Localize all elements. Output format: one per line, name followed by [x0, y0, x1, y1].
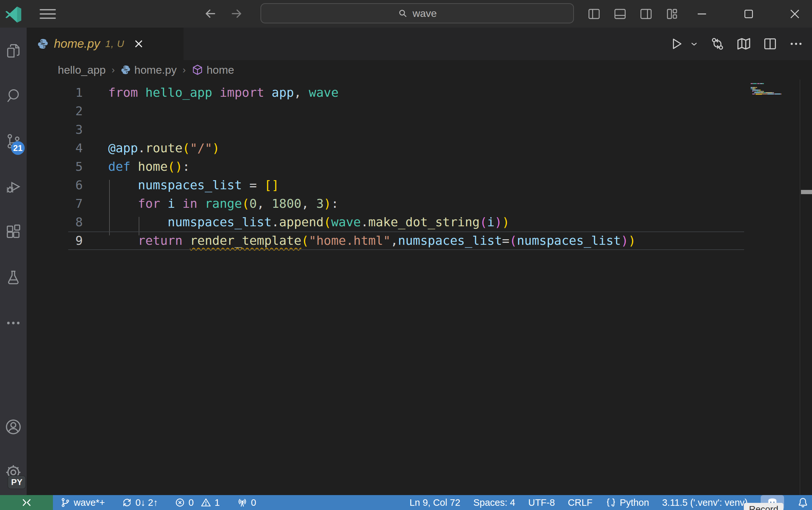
title-bar: wave: [0, 0, 812, 28]
run-dropdown-chevron-icon[interactable]: [689, 39, 699, 49]
window-close-button[interactable]: [781, 0, 809, 28]
status-bar: wave*+ 0↓ 2↑ 0 1 0 Ln 9, Col 72 Spaces: …: [0, 495, 812, 510]
code-line-9[interactable]: 9 return render_template("home.html",num…: [27, 232, 812, 250]
breadcrumb-separator-icon: ›: [182, 64, 186, 75]
code-lines: 1from hello_app import app, wave234@app.…: [27, 80, 812, 250]
nav-back-button[interactable]: [201, 4, 220, 23]
tab-title: home.py: [54, 37, 100, 51]
settings-gear-icon[interactable]: PY: [0, 450, 27, 495]
customize-layout-icon[interactable]: [663, 4, 682, 23]
more-actions-icon[interactable]: [789, 36, 804, 51]
command-center-search[interactable]: wave: [260, 3, 574, 23]
breadcrumb-symbol[interactable]: home: [192, 64, 234, 76]
code-line-7[interactable]: 7 for i in range(0, 1800, 3):: [27, 194, 812, 213]
indentation-status[interactable]: Spaces: 4: [473, 497, 515, 508]
vscode-window: wave: [0, 0, 812, 510]
remote-indicator[interactable]: [0, 495, 53, 510]
extensions-icon[interactable]: [0, 209, 27, 255]
split-editor-icon[interactable]: [763, 36, 778, 51]
vscode-logo: [0, 5, 27, 23]
symbol-cube-icon: [192, 64, 203, 76]
python-env-badge: PY: [7, 475, 26, 489]
run-debug-icon[interactable]: [0, 164, 27, 209]
code-line-4[interactable]: 4@app.route("/"): [27, 139, 812, 157]
tab-bar: home.py 1, U: [27, 28, 812, 60]
testing-icon[interactable]: [0, 255, 27, 300]
window-minimize-button[interactable]: [688, 0, 716, 28]
more-views-icon[interactable]: [0, 300, 27, 346]
tab-close-icon[interactable]: [133, 38, 145, 50]
open-changes-icon[interactable]: [710, 36, 725, 51]
map-icon[interactable]: [736, 36, 752, 52]
warning-count: 1: [214, 497, 220, 508]
search-view-icon[interactable]: [0, 73, 27, 119]
code-line-2[interactable]: 2: [27, 102, 812, 120]
code-editor[interactable]: 1from hello_app import app, wave234@app.…: [27, 80, 812, 495]
search-text: wave: [412, 7, 437, 20]
account-icon[interactable]: [0, 404, 27, 450]
code-line-8[interactable]: 8 numspaces_list.append(wave.make_dot_st…: [27, 213, 812, 232]
nav-forward-button[interactable]: [227, 4, 245, 23]
overview-ruler-cursor-marker: [801, 190, 812, 194]
toggle-primary-sidebar-icon[interactable]: [585, 4, 604, 23]
error-count: 0: [188, 497, 194, 508]
python-file-icon: [120, 65, 131, 75]
tab-home-py[interactable]: home.py 1, U: [27, 28, 183, 60]
source-control-icon[interactable]: 21: [0, 119, 27, 164]
scm-badge: 21: [11, 141, 25, 155]
problems-status[interactable]: 0 1: [175, 497, 220, 508]
window-maximize-button[interactable]: [735, 0, 763, 28]
code-line-1[interactable]: 1from hello_app import app, wave: [27, 84, 812, 102]
tab-decoration: 1, U: [105, 38, 124, 49]
activity-bar: 21 PY: [0, 28, 27, 495]
toggle-secondary-sidebar-icon[interactable]: [637, 4, 656, 23]
breadcrumb: hello_app › home.py › home: [27, 60, 812, 80]
eol-status[interactable]: CRLF: [568, 497, 592, 508]
minimap[interactable]: [751, 83, 806, 95]
breadcrumb-separator-icon: ›: [111, 64, 115, 75]
cursor-position-status[interactable]: Ln 9, Col 72: [410, 497, 460, 508]
toggle-panel-icon[interactable]: [611, 4, 630, 23]
breadcrumb-folder[interactable]: hello_app: [58, 64, 106, 76]
breadcrumb-file[interactable]: home.py: [120, 64, 176, 76]
encoding-status[interactable]: UTF-8: [528, 497, 555, 508]
language-mode-status[interactable]: Python: [605, 497, 649, 508]
copilot-tooltip-partial: Record: [744, 503, 783, 510]
overview-ruler-divider: [800, 80, 800, 495]
explorer-icon[interactable]: [0, 28, 27, 73]
sync-changes-status[interactable]: 0↓ 2↑: [122, 497, 158, 508]
git-branch-status[interactable]: wave*+: [60, 497, 105, 508]
python-interpreter-status[interactable]: 3.11.5 ('.venv': venv): [662, 497, 748, 508]
code-line-5[interactable]: 5def home():: [27, 157, 812, 176]
python-file-icon: [37, 38, 49, 50]
menu-hamburger-icon[interactable]: [40, 6, 56, 22]
code-line-3[interactable]: 3: [27, 120, 812, 139]
run-python-file-icon[interactable]: [669, 36, 684, 51]
ports-status[interactable]: 0: [237, 497, 256, 508]
notifications-bell-icon[interactable]: [797, 497, 809, 508]
code-line-6[interactable]: 6 numspaces_list = []: [27, 176, 812, 194]
search-icon: [398, 8, 408, 19]
